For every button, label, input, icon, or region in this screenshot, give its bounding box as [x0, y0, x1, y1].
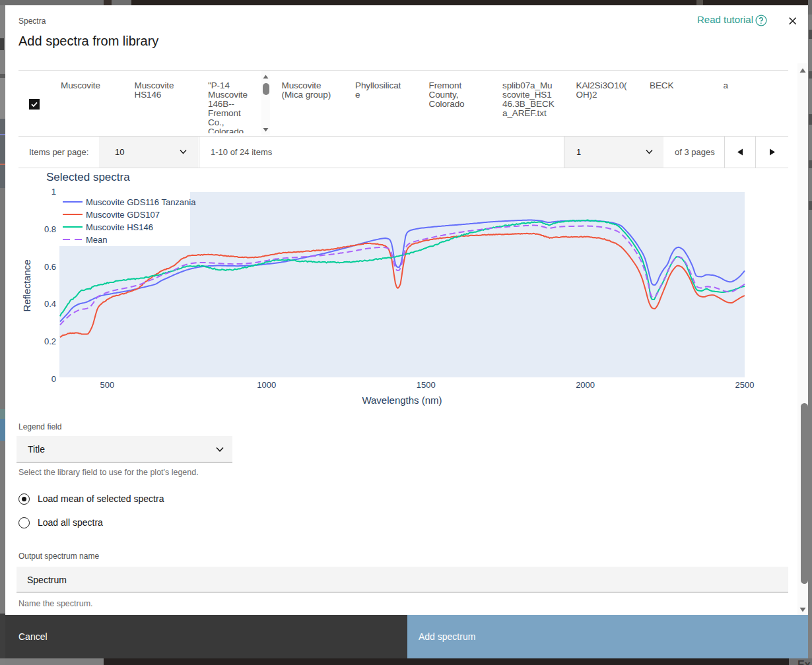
svg-text:2000: 2000 [576, 380, 595, 390]
svg-text:Reflectance: Reflectance [21, 259, 32, 311]
svg-text:0.6: 0.6 [44, 262, 56, 272]
svg-text:Muscovite GDS107: Muscovite GDS107 [86, 210, 160, 220]
svg-text:0.4: 0.4 [44, 299, 56, 309]
svg-text:Muscovite GDS116 Tanzania: Muscovite GDS116 Tanzania [86, 197, 196, 207]
svg-text:0.8: 0.8 [44, 224, 56, 234]
svg-text:0: 0 [51, 374, 56, 384]
svg-text:500: 500 [100, 380, 115, 390]
svg-text:Selected spectra: Selected spectra [46, 171, 130, 183]
svg-text:Muscovite HS146: Muscovite HS146 [86, 222, 153, 232]
svg-text:1: 1 [51, 187, 56, 197]
svg-text:Wavelengths (nm): Wavelengths (nm) [362, 395, 442, 406]
svg-text:2500: 2500 [735, 380, 755, 390]
svg-text:Mean: Mean [86, 235, 108, 245]
svg-text:1000: 1000 [257, 380, 276, 390]
svg-text:0.2: 0.2 [44, 336, 56, 346]
svg-text:1500: 1500 [417, 380, 436, 390]
